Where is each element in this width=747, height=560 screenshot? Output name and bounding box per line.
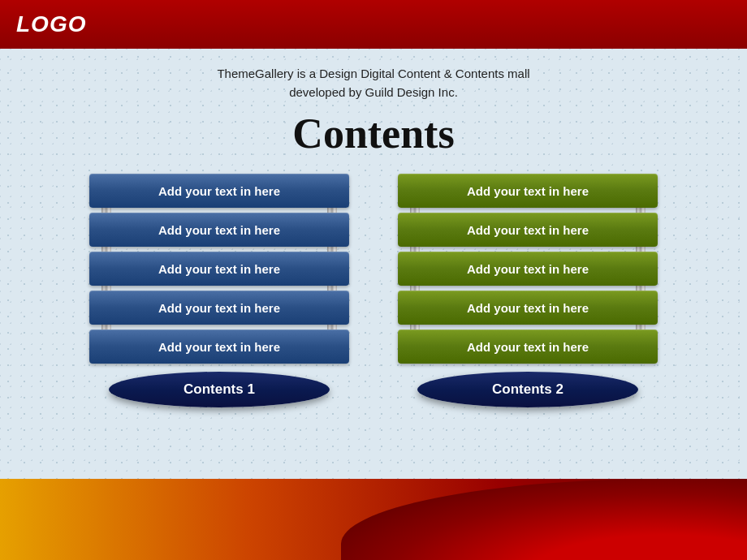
bar-2-1[interactable]: Add your text in here — [398, 174, 658, 208]
bar-2-5[interactable]: Add your text in here — [398, 330, 658, 364]
bar-1-4[interactable]: Add your text in here — [89, 291, 349, 325]
header: LOGO — [0, 0, 747, 49]
bar-2-3[interactable]: Add your text in here — [398, 252, 658, 286]
column-1: Add your text in here Add your text in h… — [81, 174, 357, 407]
main-title: Contents — [292, 110, 454, 157]
oval-label-2: Contents 2 — [417, 372, 638, 407]
bars-list-2: Add your text in here Add your text in h… — [390, 174, 666, 364]
bars-list-1: Add your text in here Add your text in h… — [81, 174, 357, 364]
columns-wrapper: Add your text in here Add your text in h… — [0, 174, 747, 407]
bar-1-3[interactable]: Add your text in here — [89, 252, 349, 286]
bar-1-5[interactable]: Add your text in here — [89, 330, 349, 364]
poles-container-1: Add your text in here Add your text in h… — [81, 174, 357, 364]
footer — [0, 479, 747, 560]
bar-2-2[interactable]: Add your text in here — [398, 213, 658, 247]
content-area: ThemeGallery is a Design Digital Content… — [0, 49, 747, 479]
poles-container-2: Add your text in here Add your text in h… — [390, 174, 666, 364]
column-2: Add your text in here Add your text in h… — [390, 174, 666, 407]
bar-1-1[interactable]: Add your text in here — [89, 174, 349, 208]
subtitle: ThemeGallery is a Design Digital Content… — [217, 65, 529, 101]
logo: LOGO — [16, 11, 86, 37]
bar-2-4[interactable]: Add your text in here — [398, 291, 658, 325]
oval-label-1: Contents 1 — [109, 372, 330, 407]
bar-1-2[interactable]: Add your text in here — [89, 213, 349, 247]
